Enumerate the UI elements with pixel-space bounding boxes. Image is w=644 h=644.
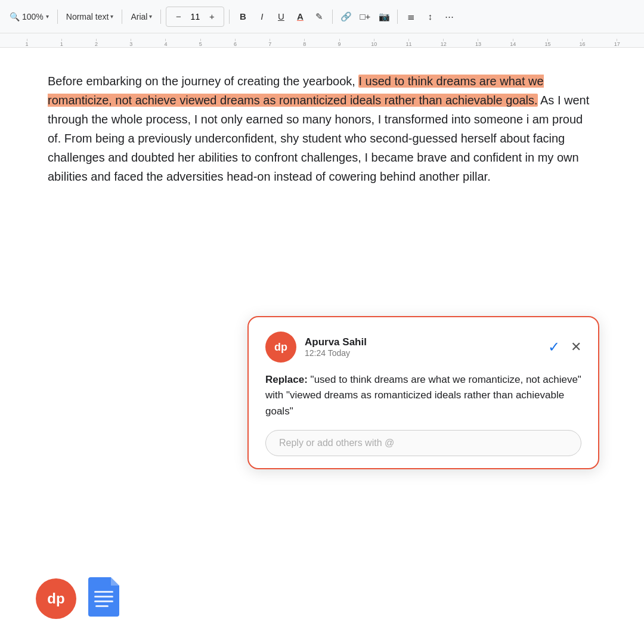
underline-button[interactable]: U	[273, 8, 289, 25]
comment-actions: ✓ ✕	[548, 339, 581, 355]
more-button[interactable]: ⋯	[441, 8, 457, 25]
paragraph-style-dropdown[interactable]: Normal text ▾	[63, 10, 117, 24]
document-paragraph: Before embarking on the journey of creat…	[48, 72, 596, 186]
text-plain-start: Before embarking on the journey of creat…	[48, 75, 358, 88]
zoom-icon: 🔍	[10, 12, 20, 21]
ruler-tick-17: 17	[600, 39, 634, 47]
zoom-control[interactable]: 🔍 100% ▾	[6, 10, 52, 24]
line-spacing-button[interactable]: ↕	[422, 8, 438, 25]
sep-4	[229, 10, 230, 24]
comment-meta: Apurva Sahil 12:24 Today	[305, 336, 540, 358]
zoom-caret: ▾	[46, 13, 49, 20]
ruler-tick-13: 13	[461, 39, 496, 47]
ruler-tick-8: 8	[287, 39, 322, 47]
comment-header: dp Apurva Sahil 12:24 Today ✓ ✕	[265, 332, 581, 363]
font-size-control[interactable]: − 11 +	[166, 7, 224, 27]
font-size-decrease[interactable]: −	[170, 8, 187, 25]
italic-button[interactable]: I	[253, 8, 270, 25]
docs-icon-fold	[111, 577, 119, 586]
ruler-tick-9: 9	[322, 39, 357, 47]
docs-icon	[88, 577, 123, 620]
sep-3	[160, 10, 161, 24]
docs-line-3	[94, 600, 113, 602]
toolbar: 🔍 100% ▾ Normal text ▾ Arial ▾ − 11 + B …	[0, 0, 644, 33]
reject-button[interactable]: ✕	[571, 339, 581, 355]
commenter-avatar: dp	[265, 332, 296, 363]
docs-line-2	[94, 596, 113, 597]
comment-time: 12:24 Today	[305, 348, 540, 358]
zoom-value: 100%	[22, 12, 44, 21]
sep-6	[397, 10, 398, 24]
docs-line-4	[95, 605, 109, 607]
ruler-tick-15: 15	[530, 39, 565, 47]
ruler-tick-2: 2	[79, 39, 113, 47]
text-plain-end: As I went through the whole process, I n…	[48, 94, 589, 183]
ruler-tick-3: 3	[114, 39, 148, 47]
comment-replace-label: Replace:	[265, 374, 308, 385]
comment-popup: dp Apurva Sahil 12:24 Today ✓ ✕ Replace:…	[247, 316, 599, 469]
insert-image-button[interactable]: 📷	[376, 8, 392, 25]
docs-icon-body	[88, 577, 119, 617]
ruler-tick-0: 1	[10, 39, 44, 47]
ruler-tick-16: 16	[565, 39, 600, 47]
sep-1	[57, 10, 58, 24]
docs-line-1	[94, 591, 113, 593]
link-button[interactable]: 🔗	[338, 8, 354, 25]
insert-comment-button[interactable]: □+	[357, 8, 373, 25]
align-button[interactable]: ≣	[402, 8, 419, 25]
text-color-button[interactable]: A	[292, 8, 308, 25]
ruler-tick-4: 4	[148, 39, 183, 47]
comment-original-text: "used to think dreams are what we romant…	[265, 374, 581, 417]
ruler-tick-12: 12	[426, 39, 461, 47]
bottom-icons: dp	[36, 577, 123, 620]
font-size-value: 11	[189, 12, 201, 21]
ruler-tick-5: 5	[183, 39, 218, 47]
ruler-tick-14: 14	[496, 39, 530, 47]
ruler-tick-11: 11	[391, 39, 426, 47]
comment-body: Replace: "used to think dreams are what …	[265, 372, 581, 419]
reply-input[interactable]: Reply or add others with @	[265, 430, 581, 456]
document-body[interactable]: Before embarking on the journey of creat…	[0, 48, 644, 210]
ruler-inner: 1 1 2 3 4 5 6 7	[0, 33, 644, 47]
font-dropdown[interactable]: Arial ▾	[127, 10, 156, 24]
ruler-tick-6: 6	[218, 39, 252, 47]
sep-5	[332, 10, 333, 24]
ruler-tick-7: 7	[253, 39, 287, 47]
bold-button[interactable]: B	[234, 8, 251, 25]
sep-2	[122, 10, 122, 24]
font-label: Arial	[131, 12, 147, 21]
ruler: 1 1 2 3 4 5 6 7	[0, 33, 644, 48]
paragraph-style-caret: ▾	[110, 13, 113, 20]
commenter-name: Apurva Sahil	[305, 336, 540, 348]
bottom-avatar: dp	[36, 578, 76, 619]
font-size-increase[interactable]: +	[203, 8, 220, 25]
highlight-color-button[interactable]: ✎	[311, 8, 327, 25]
ruler-tick-1: 1	[44, 39, 79, 47]
font-caret: ▾	[149, 13, 152, 20]
ruler-tick-10: 10	[357, 39, 391, 47]
accept-button[interactable]: ✓	[548, 339, 560, 355]
paragraph-style-label: Normal text	[66, 12, 109, 21]
